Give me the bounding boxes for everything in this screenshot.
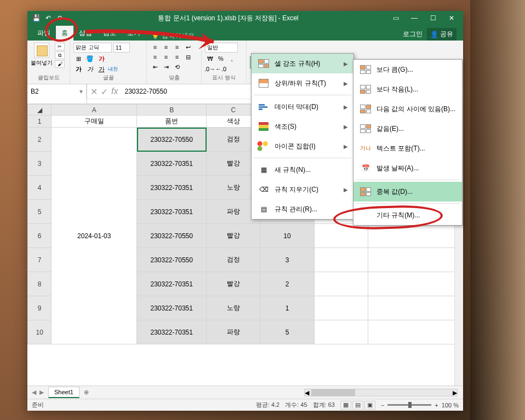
- dec-decimal-icon[interactable]: ←.0: [216, 65, 226, 73]
- format-painter-icon[interactable]: 🖌: [55, 60, 65, 68]
- cell[interactable]: 230322-70351: [137, 152, 207, 176]
- menu-icon-sets[interactable]: 🔴🟡🟢 아이콘 집합(I)▶: [252, 136, 353, 156]
- row-header[interactable]: 4: [28, 176, 52, 200]
- menu-greater-than[interactable]: 보다 큼(G)...: [353, 60, 462, 79]
- italic-button[interactable]: 가: [85, 65, 95, 73]
- ribbon-options-icon[interactable]: ▭: [387, 13, 404, 24]
- menu-color-scales[interactable]: 색조(S)▶: [252, 117, 353, 136]
- indent-inc-icon[interactable]: ⇥: [161, 62, 171, 71]
- zoom-in-icon[interactable]: +: [435, 402, 438, 409]
- underline-button[interactable]: 가: [96, 65, 106, 73]
- row-header[interactable]: 6: [28, 224, 52, 248]
- cell[interactable]: 파랑: [207, 320, 260, 344]
- orientation-icon[interactable]: ⟲: [172, 62, 182, 71]
- row-header[interactable]: 5: [28, 200, 52, 224]
- zoom-level[interactable]: 100 %: [442, 402, 459, 409]
- align-center-icon[interactable]: ≡: [161, 53, 171, 61]
- cell[interactable]: 230322-70550: [137, 248, 207, 272]
- row-header[interactable]: 10: [28, 320, 52, 344]
- align-middle-icon[interactable]: ≡: [161, 43, 171, 51]
- cell[interactable]: 1: [260, 296, 314, 320]
- row-header[interactable]: 3: [28, 152, 52, 176]
- redo-icon[interactable]: ↷: [56, 14, 65, 22]
- cell[interactable]: 빨강: [207, 224, 260, 248]
- menu-equal-to[interactable]: 같음(E)...: [353, 119, 462, 139]
- cell[interactable]: 230322-70351: [137, 200, 207, 224]
- menu-between[interactable]: 다음 값의 사이에 있음(B)...: [353, 99, 462, 119]
- save-icon[interactable]: 💾: [32, 14, 41, 22]
- cell-B2[interactable]: 230322-70550: [137, 128, 207, 152]
- cell[interactable]: 품번: [137, 116, 207, 128]
- menu-clear-rules[interactable]: ⌫ 규칙 지우기(C)▶: [252, 180, 353, 199]
- view-pagelayout-icon[interactable]: ▤: [352, 401, 363, 410]
- cancel-formula-icon[interactable]: ✕: [90, 87, 98, 97]
- menu-duplicate-values[interactable]: 중복 값(D)...: [353, 182, 462, 202]
- undo-icon[interactable]: ↶: [44, 14, 53, 22]
- cell[interactable]: 2: [260, 272, 314, 296]
- cell[interactable]: 구매일: [52, 116, 137, 128]
- phonetic-icon[interactable]: 내천: [108, 65, 118, 73]
- tab-insert[interactable]: 삽입: [73, 26, 98, 41]
- align-left-icon[interactable]: ≡: [150, 53, 160, 61]
- tab-review[interactable]: 검토: [98, 26, 122, 41]
- menu-new-rule[interactable]: ▦ 새 규칙(N)...: [252, 160, 353, 180]
- cell[interactable]: 3: [260, 248, 314, 272]
- sheet-nav-next-icon[interactable]: ▶: [39, 389, 44, 396]
- share-button[interactable]: 👤 공유: [427, 28, 456, 41]
- cell[interactable]: 빨강: [207, 272, 260, 296]
- menu-highlight-cells[interactable]: 셀 강조 규칙(H)▶: [252, 54, 353, 73]
- border-icon[interactable]: ⊞: [73, 54, 83, 63]
- cell[interactable]: [368, 248, 463, 272]
- login-link[interactable]: 로그인: [403, 30, 423, 39]
- horizontal-scrollbar[interactable]: ◀▶: [93, 389, 463, 396]
- row-header[interactable]: 1: [28, 116, 52, 128]
- cell[interactable]: 230322-70351: [137, 320, 207, 344]
- cell[interactable]: 검정: [207, 248, 260, 272]
- cell[interactable]: [368, 224, 463, 248]
- cell[interactable]: 230322-70351: [137, 272, 207, 296]
- cell[interactable]: [368, 296, 463, 320]
- fx-icon[interactable]: fx: [111, 87, 118, 96]
- menu-more-rules[interactable]: 기타 규칙(M)...: [353, 205, 462, 225]
- cell[interactable]: [368, 272, 463, 296]
- copy-icon[interactable]: ⧉: [55, 51, 65, 59]
- row-header[interactable]: 2: [28, 128, 52, 152]
- col-header-A[interactable]: A: [52, 105, 137, 116]
- row-header[interactable]: 7: [28, 248, 52, 272]
- currency-icon[interactable]: ₩: [205, 54, 215, 63]
- cut-icon[interactable]: ✂: [55, 43, 65, 50]
- col-header-B[interactable]: B: [137, 105, 207, 116]
- cell[interactable]: [314, 296, 368, 320]
- comma-icon[interactable]: ,: [227, 54, 237, 63]
- menu-manage-rules[interactable]: ▤ 규칙 관리(R)...: [252, 199, 353, 219]
- close-icon[interactable]: ✕: [443, 13, 460, 24]
- row-header[interactable]: 9: [28, 296, 52, 320]
- tab-file[interactable]: 파일: [32, 26, 56, 41]
- cell[interactable]: 10: [260, 224, 314, 248]
- number-format-combo[interactable]: 일반: [205, 43, 238, 53]
- font-color-icon[interactable]: 가: [96, 54, 106, 63]
- menu-less-than[interactable]: 보다 작음(L)...: [353, 79, 462, 99]
- view-pagebreak-icon[interactable]: ▣: [364, 401, 375, 410]
- cell[interactable]: 5: [260, 320, 314, 344]
- cell[interactable]: [314, 248, 368, 272]
- font-size-combo[interactable]: 11: [113, 43, 130, 53]
- cell[interactable]: 230322-70351: [137, 176, 207, 200]
- align-right-icon[interactable]: ≡: [172, 53, 182, 61]
- inc-decimal-icon[interactable]: .0→: [205, 65, 215, 73]
- cell[interactable]: 230322-70351: [137, 296, 207, 320]
- align-top-icon[interactable]: ≡: [150, 43, 160, 51]
- sheet-nav-prev-icon[interactable]: ◀: [32, 389, 36, 396]
- tab-home[interactable]: 홈: [56, 26, 73, 41]
- cell-merged-date[interactable]: 2024-01-03: [52, 128, 137, 344]
- maximize-icon[interactable]: ☐: [425, 13, 441, 24]
- zoom-slider[interactable]: [387, 404, 431, 406]
- sheet-tab-sheet1[interactable]: Sheet1: [48, 387, 79, 398]
- enter-formula-icon[interactable]: ✓: [101, 87, 108, 97]
- bold-button[interactable]: 가: [73, 65, 83, 73]
- tell-me[interactable]: 💡 입력하세요...: [146, 31, 403, 41]
- cell[interactable]: 노랑: [207, 296, 260, 320]
- align-bottom-icon[interactable]: ≡: [172, 43, 182, 51]
- minimize-icon[interactable]: —: [406, 13, 423, 24]
- font-name-combo[interactable]: 맑은 고딕: [73, 43, 112, 53]
